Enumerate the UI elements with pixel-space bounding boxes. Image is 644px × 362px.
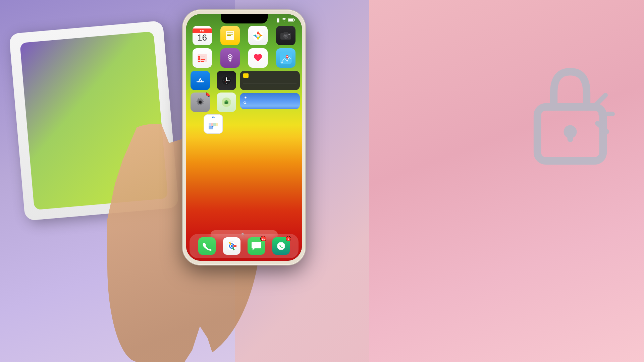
mid-section: 31	[188, 71, 300, 135]
kamera-icon[interactable]	[276, 26, 296, 45]
svg-point-19	[284, 35, 285, 36]
notizen-item-druckerpapier	[243, 81, 297, 82]
svg-point-33	[286, 56, 288, 57]
widget-weather[interactable]: 🌤	[240, 93, 300, 109]
dock-messages[interactable]: 21	[248, 237, 265, 255]
row4	[188, 93, 238, 113]
kalender-icon[interactable]: FR 16	[193, 26, 212, 45]
status-icons: ▐▌	[276, 18, 295, 22]
row5: 31	[188, 114, 238, 135]
svg-rect-12	[227, 35, 231, 36]
svg-line-3	[596, 95, 605, 105]
dock-chrome[interactable]	[223, 237, 240, 255]
appstore-icon[interactable]	[191, 71, 210, 90]
svg-rect-11	[227, 34, 233, 35]
iphone-box-screen	[20, 32, 168, 210]
svg-rect-2	[568, 132, 573, 142]
svg-rect-25	[201, 57, 205, 57]
iphone-outer: ▐▌	[183, 10, 305, 265]
svg-point-14	[256, 34, 260, 37]
svg-rect-27	[201, 61, 204, 62]
weather-icon-row: 🌤	[243, 101, 297, 105]
notizen-divider	[243, 83, 297, 83]
gcal-icon[interactable]: 31	[204, 114, 223, 134]
maps-icon[interactable]: G	[276, 48, 296, 68]
signal-icon: ▐▌	[276, 18, 280, 22]
svg-point-61	[231, 245, 233, 247]
svg-point-30	[229, 56, 231, 58]
app-tgtg[interactable]	[214, 93, 238, 113]
svg-text:G: G	[281, 61, 283, 64]
svg-rect-8	[288, 19, 293, 21]
left-icons-col: 31	[188, 71, 238, 135]
fotos-icon[interactable]	[248, 26, 268, 45]
calendar-date: 16	[197, 33, 207, 43]
einstellungen-icon[interactable]	[191, 93, 210, 112]
app-notizen[interactable]	[218, 26, 242, 46]
battery-icon	[288, 18, 295, 22]
svg-rect-51	[209, 123, 211, 126]
app-fotos[interactable]	[246, 26, 270, 46]
svg-rect-54	[216, 123, 218, 126]
svg-text:31: 31	[212, 126, 215, 129]
svg-rect-7	[294, 19, 295, 20]
notizen-folder-icon	[243, 73, 249, 78]
right-widget-col: 🌤	[240, 71, 300, 112]
einstellungen-badge	[206, 93, 210, 97]
widget-notizen-header	[243, 73, 297, 78]
svg-point-45	[226, 80, 227, 81]
iphone-box	[9, 20, 179, 221]
screen-layout: FR 16	[188, 26, 300, 261]
notch	[221, 14, 268, 23]
svg-rect-10	[227, 33, 233, 33]
top-row-apps: FR 16	[188, 26, 300, 46]
lock-icon-container	[523, 60, 617, 168]
svg-rect-22	[198, 56, 200, 58]
svg-rect-20	[288, 34, 290, 35]
tgtg-icon[interactable]	[217, 93, 236, 112]
erinnerungen-icon[interactable]	[193, 48, 212, 68]
notizen-icon[interactable]	[220, 26, 240, 45]
podcasts-icon[interactable]	[220, 48, 240, 68]
svg-rect-26	[201, 59, 205, 60]
app-erinnerungen[interactable]	[190, 48, 214, 69]
app-kalender[interactable]: FR 16	[190, 26, 214, 46]
iphone-device: ▐▌	[183, 10, 305, 265]
svg-point-47	[199, 101, 202, 104]
svg-rect-23	[198, 58, 200, 60]
app-einstellungen[interactable]	[188, 93, 212, 113]
dock: 21 8	[190, 234, 299, 258]
app-health[interactable]	[246, 48, 270, 69]
bg-right	[369, 0, 644, 362]
notizen-item-dienstag	[243, 85, 297, 86]
app-podcasts[interactable]	[218, 48, 242, 69]
app-uhr[interactable]	[214, 71, 238, 91]
messages-badge: 21	[260, 236, 266, 241]
row3	[188, 71, 238, 91]
app-appstore[interactable]	[188, 71, 212, 91]
svg-rect-24	[198, 61, 200, 62]
dock-whatsapp[interactable]: 8	[272, 237, 290, 255]
app-maps[interactable]: G	[274, 48, 298, 69]
health-icon[interactable]	[248, 48, 268, 68]
iphone-screen: ▐▌	[186, 14, 302, 261]
uhr-icon[interactable]	[217, 71, 236, 90]
app-kamera[interactable]	[274, 26, 298, 46]
wifi-icon	[282, 18, 286, 22]
app-gcal[interactable]: 31	[201, 114, 225, 135]
widget-notizen[interactable]	[240, 71, 300, 90]
dock-phone[interactable]	[198, 237, 216, 255]
svg-point-49	[225, 102, 228, 104]
row2-apps: G	[188, 48, 300, 69]
weather-city	[243, 96, 297, 99]
whatsapp-badge: 8	[286, 236, 291, 241]
